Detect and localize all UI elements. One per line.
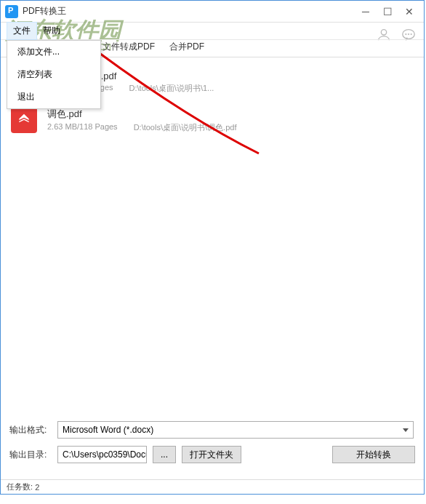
app-window: PDF转换王 ─ ☐ ✕ 河东软件园 www.pc0359.cn 文件 帮助 添… — [0, 0, 425, 495]
format-label: 输出格式: — [9, 424, 52, 436]
file-size: 2.63 MB/118 Pages — [47, 122, 118, 133]
file-info: 调色.pdf 2.63 MB/118 Pages D:\tools\桌面\说明书… — [47, 108, 414, 133]
file-name: esign_32_cn.pdf — [47, 71, 414, 81]
task-count-label: 任务数: — [7, 481, 33, 492]
browse-button[interactable]: ... — [153, 446, 176, 463]
file-name: 调色.pdf — [47, 108, 414, 121]
file-menu-dropdown: 添加文件... 清空列表 退出 — [7, 40, 101, 109]
dir-row: 输出目录: C:\Users\pc0359\Documents\Apowerso… — [9, 446, 415, 463]
menu-file[interactable]: 文件 — [7, 22, 37, 40]
file-meta: 4.05 MB/57 Pages D:\tools\桌面\说明书\1... — [47, 83, 414, 94]
output-panel: 输出格式: Microsoft Word (*.docx) 输出目录: C:\U… — [1, 414, 424, 478]
convert-button[interactable]: 开始转换 — [332, 446, 415, 463]
menu-add-file[interactable]: 添加文件... — [7, 41, 100, 63]
file-meta: 2.63 MB/118 Pages D:\tools\桌面\说明书\调色.pdf — [47, 122, 414, 133]
file-info: esign_32_cn.pdf 4.05 MB/57 Pages D:\tool… — [47, 71, 414, 94]
dir-input[interactable]: C:\Users\pc0359\Documents\Apowersoft — [57, 446, 147, 463]
open-folder-button[interactable]: 打开文件夹 — [182, 446, 241, 463]
dir-label: 输出目录: — [9, 449, 52, 461]
format-row: 输出格式: Microsoft Word (*.docx) — [9, 421, 415, 439]
menu-clear-list[interactable]: 清空列表 — [7, 63, 100, 86]
minimize-button[interactable]: ─ — [361, 7, 370, 16]
task-count: 2 — [35, 483, 39, 492]
format-select[interactable]: Microsoft Word (*.docx) — [57, 421, 414, 439]
pdf-icon — [11, 107, 37, 133]
menu-help[interactable]: 帮助 — [37, 23, 66, 39]
window-controls: ─ ☐ ✕ — [361, 7, 419, 16]
file-path: D:\tools\桌面\说明书\调色.pdf — [134, 122, 237, 133]
maximize-button[interactable]: ☐ — [383, 7, 392, 16]
dir-value: C:\Users\pc0359\Documents\Apowersoft — [63, 449, 147, 460]
format-value: Microsoft Word (*.docx) — [63, 425, 153, 435]
file-path: D:\tools\桌面\说明书\1... — [129, 83, 214, 94]
statusbar: 任务数: 2 — [1, 479, 424, 494]
close-button[interactable]: ✕ — [405, 7, 414, 16]
menubar: 文件 帮助 — [1, 23, 424, 40]
tab-merge-pdf[interactable]: 合并PDF — [162, 37, 212, 57]
menu-exit[interactable]: 退出 — [7, 86, 100, 108]
